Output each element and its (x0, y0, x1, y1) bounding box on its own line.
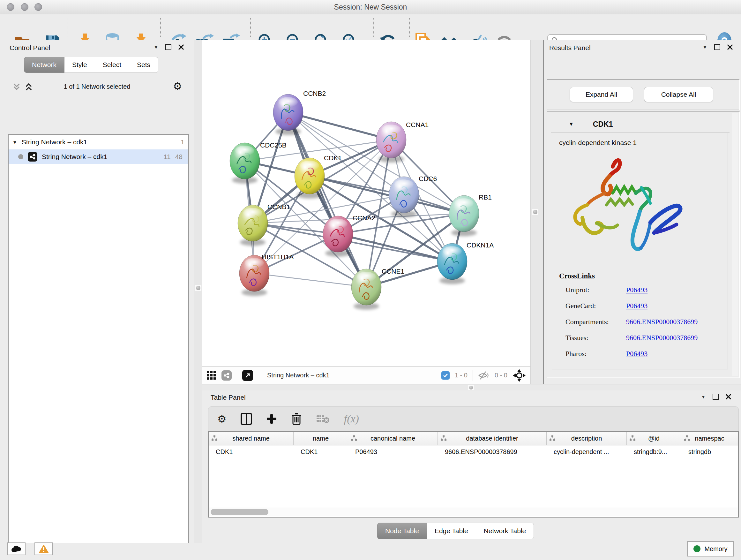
scrollbar-thumb[interactable] (211, 509, 268, 515)
network-node[interactable] (273, 94, 303, 135)
network-node[interactable] (389, 177, 419, 217)
left-splitter[interactable] (194, 40, 203, 543)
collapse-all-button[interactable]: Collapse All (644, 87, 713, 102)
memory-button[interactable]: Memory (687, 541, 734, 557)
table-panel-close-icon[interactable] (726, 394, 731, 399)
crosslink-row: Uniprot:P06493 (565, 286, 719, 294)
delete-column-icon[interactable] (291, 413, 302, 425)
gene-section-header[interactable]: ▼ CDK1 (551, 116, 730, 133)
selected-checkbox-icon[interactable] (441, 371, 450, 380)
tab-node-table[interactable]: Node Table (377, 523, 427, 539)
results-buttons-box: Expand All Collapse All (547, 79, 740, 110)
show-columns-icon[interactable] (241, 413, 252, 425)
detach-view-icon[interactable] (242, 370, 253, 381)
delete-table-icon[interactable] (316, 414, 330, 424)
table-row[interactable]: CDK1CDK1P064939606.ENSP00000378699cyclin… (209, 445, 738, 458)
network-options-gear-icon[interactable]: ⚙ (173, 81, 182, 91)
cloud-status-button[interactable] (7, 543, 25, 555)
crosslink-label: Pharos: (565, 350, 626, 358)
table-cell: stringdb:9... (627, 445, 681, 458)
left-splitter-handle[interactable] (195, 285, 201, 291)
gene-name: CDK1 (593, 120, 613, 129)
right-splitter-handle[interactable] (532, 209, 538, 215)
network-node[interactable] (351, 269, 381, 310)
crosslink-link[interactable]: P06493 (626, 302, 648, 310)
tab-network[interactable]: Network (24, 57, 64, 73)
column-header-database-identifier[interactable]: database identifier (438, 432, 547, 445)
gene-section-body: cyclin-dependent kinase 1 (552, 133, 728, 369)
tab-sets[interactable]: Sets (129, 57, 158, 73)
control-panel-float-icon[interactable]: ▼ (154, 45, 158, 50)
crosslink-row: Tissues:9606.ENSP00000378699 (565, 334, 719, 342)
collection-expand-icon[interactable]: ▼ (12, 139, 17, 145)
table-panel-float-icon[interactable]: ▼ (701, 394, 705, 399)
tab-network-table[interactable]: Network Table (476, 523, 534, 539)
function-builder-icon[interactable]: f(x) (344, 413, 359, 425)
crosslink-link[interactable]: P06493 (626, 350, 648, 358)
column-header-namespac[interactable]: namespac (681, 432, 738, 445)
network-edges (245, 112, 464, 287)
node-label: HIST1H1A (262, 253, 293, 260)
crosslink-link[interactable]: P06493 (626, 286, 648, 294)
node-label: CCNE1 (382, 267, 404, 275)
crosslink-link[interactable]: 9606.ENSP00000378699 (626, 318, 697, 326)
table-cell: P06493 (348, 445, 438, 458)
expand-all-button[interactable]: Expand All (569, 87, 633, 102)
warning-icon (39, 545, 49, 553)
node-label: CDK1 (324, 154, 342, 162)
window-title: Session: New Session (0, 3, 741, 11)
column-header-shared-name[interactable]: shared name (209, 432, 293, 445)
tab-style[interactable]: Style (64, 57, 95, 73)
node-table: shared namenamecanonical namedatabase id… (208, 431, 739, 517)
network-node[interactable] (238, 205, 268, 246)
hidden-eye-icon[interactable] (478, 371, 489, 380)
control-panel-maximize-icon[interactable] (165, 44, 172, 50)
table-options-gear-icon[interactable]: ⚙ (217, 414, 226, 424)
network-node[interactable] (449, 195, 479, 236)
column-header--id[interactable]: @id (627, 432, 681, 445)
bottom-splitter[interactable] (202, 384, 741, 391)
network-node[interactable] (376, 122, 406, 163)
column-header-canonical-name[interactable]: canonical name (348, 432, 438, 445)
results-panel: Results Panel ▼ Expand All Collapse All … (544, 40, 741, 384)
control-panel-close-icon[interactable] (179, 44, 184, 50)
node-label: CCNB2 (303, 90, 326, 97)
network-node[interactable] (437, 243, 467, 284)
results-panel-close-icon[interactable] (727, 44, 733, 50)
grid-view-icon[interactable] (207, 371, 216, 380)
memory-status-dot (693, 545, 700, 552)
control-panel-title: Control Panel (10, 44, 50, 52)
table-horizontal-scrollbar[interactable] (209, 508, 738, 516)
network-node[interactable] (239, 255, 269, 296)
tab-select[interactable]: Select (95, 57, 129, 73)
column-header-description[interactable]: description (547, 432, 627, 445)
results-panel-maximize-icon[interactable] (714, 44, 720, 50)
network-canvas[interactable]: CCNB2CCNA1CDC25BCDK1CDC6RB1CCNB1CCNA2CDK… (202, 40, 530, 366)
results-scrollbar[interactable] (732, 113, 738, 376)
network-view-share-icon[interactable] (221, 370, 232, 381)
network-edge[interactable] (288, 112, 366, 287)
crosslink-label: Uniprot: (565, 286, 626, 294)
warning-status-button[interactable] (35, 543, 53, 555)
network-row-selected[interactable]: String Network – cdk1 11 48 (9, 149, 188, 164)
table-panel-maximize-icon[interactable] (713, 394, 719, 400)
crosslink-link[interactable]: 9606.ENSP00000378699 (626, 334, 697, 342)
network-edge[interactable] (254, 273, 366, 287)
column-header-name[interactable]: name (293, 432, 348, 445)
node-label: RB1 (479, 193, 492, 201)
tab-edge-table[interactable]: Edge Table (427, 523, 476, 539)
table-cell: CDK1 (209, 445, 293, 458)
birdseye-icon[interactable] (513, 369, 526, 382)
results-panel-float-icon[interactable]: ▼ (703, 45, 707, 50)
bottom-splitter-handle[interactable] (468, 385, 474, 390)
crosslink-row: Compartments:9606.ENSP00000378699 (565, 318, 719, 326)
node-label: CDKN1A (467, 241, 494, 249)
crosslink-label: Tissues: (565, 334, 626, 342)
network-collection-row[interactable]: ▼ String Network – cdk1 1 (9, 135, 188, 149)
right-splitter[interactable] (530, 40, 545, 384)
gene-collapse-icon[interactable]: ▼ (569, 121, 574, 127)
add-column-icon[interactable] (266, 414, 277, 424)
network-node[interactable] (230, 143, 260, 184)
results-scroll-area: ▼ CDK1 cyclin-dependent kinase 1 (547, 111, 740, 378)
crosslinks-list: Uniprot:P06493GeneCard:P06493Compartment… (565, 286, 719, 366)
